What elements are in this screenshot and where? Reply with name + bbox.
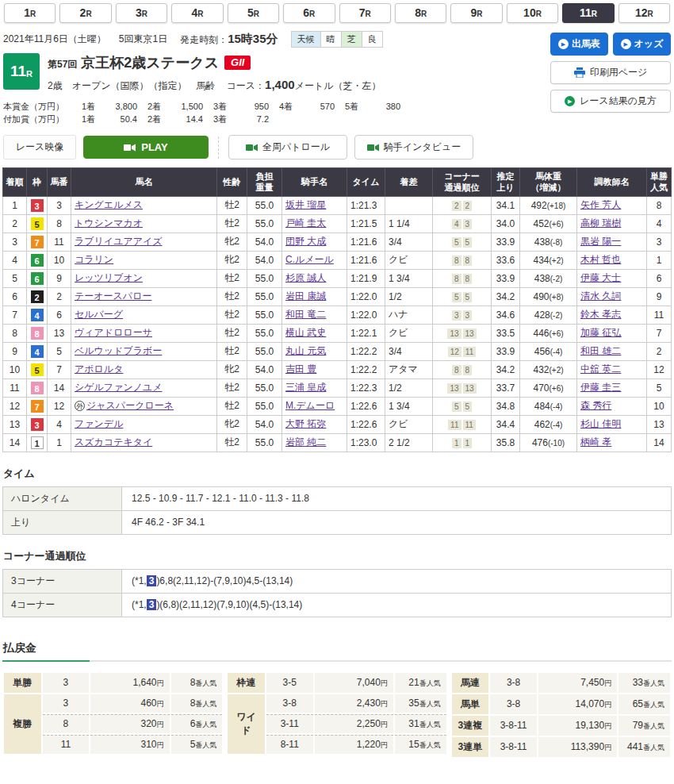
jockey-link[interactable]: 杉原 誠人	[285, 272, 326, 283]
jockey-link[interactable]: 丸山 元気	[285, 345, 326, 356]
horse-name-link[interactable]: テーオースパロー	[75, 290, 151, 302]
payout-amount-value: 14,070	[575, 698, 604, 709]
race-tab-7r[interactable]: 7R	[339, 3, 391, 23]
trainer-link[interactable]: 杉山 佳明	[580, 418, 621, 429]
race-tab-12r[interactable]: 12R	[618, 3, 670, 23]
horse-name-link[interactable]: ラブリイユアアイズ	[75, 236, 163, 247]
race-tab-8r[interactable]: 8R	[395, 3, 446, 23]
trainer-link[interactable]: 高柳 瑞樹	[580, 217, 621, 229]
horse-name-cell: シゲルファンノユメ	[71, 379, 217, 397]
corner-position: 5	[463, 237, 473, 248]
payout-section-title: 払戻金	[3, 641, 671, 655]
horse-number-cell: 9	[48, 269, 71, 287]
waku-badge: 7	[31, 236, 44, 248]
race-tab-4r[interactable]: 4R	[171, 3, 223, 23]
jockey-link[interactable]: 坂井 瑠星	[285, 199, 326, 210]
corner-position: 2	[463, 201, 473, 211]
tab-suffix: R	[477, 10, 482, 18]
table-row: 945ベルウッドブラボー牡255.0丸山 元気1:22.23/4121133.9…	[3, 342, 672, 360]
horse-name-link[interactable]: レッツリブオン	[75, 272, 143, 283]
horse-name-link[interactable]: コラリン	[75, 254, 113, 265]
horse-name-link[interactable]: トウシンマカオ	[75, 217, 143, 229]
jockey-interview-button[interactable]: 騎手インタビュー	[354, 135, 473, 159]
print-page-button[interactable]: 印刷用ページ	[550, 61, 671, 84]
time-row-label: 上り	[3, 510, 122, 534]
waku-badge: 3	[31, 418, 44, 431]
jockey-link[interactable]: 大野 拓弥	[285, 418, 326, 429]
race-tab-3r[interactable]: 3R	[116, 3, 167, 23]
trainer-link[interactable]: 中舘 英二	[580, 363, 621, 375]
corner-position: 5	[463, 402, 473, 412]
jockey-link[interactable]: 和田 竜二	[285, 309, 326, 320]
waku-cell: 8	[27, 379, 48, 397]
trainer-link[interactable]: 森 秀行	[580, 400, 611, 411]
results-guide-button[interactable]: ▶ レース結果の見方	[550, 90, 671, 113]
jockey-link[interactable]: 団野 大成	[285, 236, 326, 247]
horse-name-link[interactable]: ヴィアドロローサ	[75, 327, 152, 338]
payout-popularity: 21番人気	[395, 673, 446, 693]
jockey-link[interactable]: C.ルメール	[285, 254, 334, 265]
play-button[interactable]: PLAY	[83, 136, 209, 159]
horse-weight-change: (+6)	[549, 384, 563, 393]
popularity-cell: 4	[647, 214, 672, 233]
horse-name-link[interactable]: ジャスパークローネ	[86, 400, 174, 411]
trainer-link[interactable]: 加藤 征弘	[580, 327, 621, 338]
jockey-link[interactable]: M.デムーロ	[285, 400, 335, 411]
odds-button[interactable]: ▶ オッズ	[613, 33, 671, 56]
payout-popularity: 31番人気	[395, 714, 446, 733]
race-tab-9r[interactable]: 9R	[450, 3, 502, 23]
horse-name-cell: 外ジャスパークローネ	[71, 397, 217, 415]
race-video-button[interactable]: レース映像	[3, 135, 76, 159]
payout-popularity: 33番人気	[618, 673, 670, 693]
horse-weight-change: (+18)	[547, 202, 566, 210]
horse-name-link[interactable]: シゲルファンノユメ	[75, 382, 163, 393]
jockey-link[interactable]: 岩田 康誠	[285, 290, 326, 302]
trainer-link[interactable]: 黒岩 陽一	[580, 236, 621, 247]
corner-position: 8	[452, 274, 461, 284]
horse-name-link[interactable]: スズカコテキタイ	[75, 436, 152, 448]
payout-yen-suffix: 円	[157, 700, 164, 708]
trainer-link[interactable]: 伊藤 圭三	[580, 382, 621, 393]
jockey-link[interactable]: 吉田 豊	[285, 363, 316, 375]
corner-position: 4	[452, 219, 461, 229]
jockey-link[interactable]: 横山 武史	[285, 327, 326, 338]
payout-popularity-value: 65	[633, 698, 643, 709]
race-info: 2021年11月6日（土曜） 5回東京1日 発走時刻：15時35分 天候晴芝良 …	[3, 31, 550, 125]
margin-cell: 2 1/2	[385, 433, 433, 452]
jockey-link[interactable]: 三浦 皇成	[285, 382, 326, 393]
time-cell: 1:22.0	[347, 306, 385, 324]
jockey-link[interactable]: 戸崎 圭太	[285, 217, 326, 229]
race-tab-5r[interactable]: 5R	[228, 3, 279, 23]
race-tab-1r[interactable]: 1R	[4, 3, 56, 23]
race-title: 京王杯2歳ステークス	[81, 55, 219, 71]
trainer-link[interactable]: 伊藤 大士	[580, 272, 621, 283]
trainer-link[interactable]: 清水 久詞	[580, 290, 621, 302]
race-tab-11r[interactable]: 11R	[562, 3, 614, 23]
trainer-link[interactable]: 木村 哲也	[580, 254, 621, 265]
payout-amount-value: 7,040	[357, 677, 381, 688]
race-tab-6r[interactable]: 6R	[283, 3, 335, 23]
trainer-link[interactable]: 鈴木 孝志	[580, 309, 621, 320]
horse-name-link[interactable]: ファンデル	[75, 418, 123, 429]
horse-name-link[interactable]: セルバーグ	[75, 309, 123, 320]
jockey-link[interactable]: 岩部 純二	[285, 436, 326, 448]
corner-position: 11	[463, 420, 476, 430]
horse-name-link[interactable]: ベルウッドブラボー	[75, 345, 162, 356]
prize-place: 3着	[213, 113, 234, 125]
horse-name-link[interactable]: アポロルタ	[75, 363, 123, 375]
entry-table-button[interactable]: ▶ 出馬表	[550, 33, 608, 56]
trainer-link[interactable]: 和田 雄二	[580, 345, 621, 356]
payout-combination: 8	[43, 714, 90, 733]
horse-name-link[interactable]: キングエルメス	[75, 199, 143, 210]
trainer-link[interactable]: 柄崎 孝	[580, 436, 611, 448]
trainer-link[interactable]: 矢作 芳人	[580, 199, 621, 210]
popularity-cell: 11	[647, 306, 672, 324]
race-tab-10r[interactable]: 10R	[507, 3, 558, 23]
video-row: レース映像 PLAY 全周パトロール 騎手インタビュー	[3, 135, 671, 159]
entry-table-label: 出馬表	[572, 37, 600, 51]
load-weight-cell: 55.0	[247, 287, 282, 306]
race-tab-2r[interactable]: 2R	[59, 3, 111, 23]
arrow-circle-icon: ▶	[565, 96, 575, 106]
patrol-video-button[interactable]: 全周パトロール	[228, 135, 347, 159]
payout-combination: 3	[43, 673, 90, 693]
